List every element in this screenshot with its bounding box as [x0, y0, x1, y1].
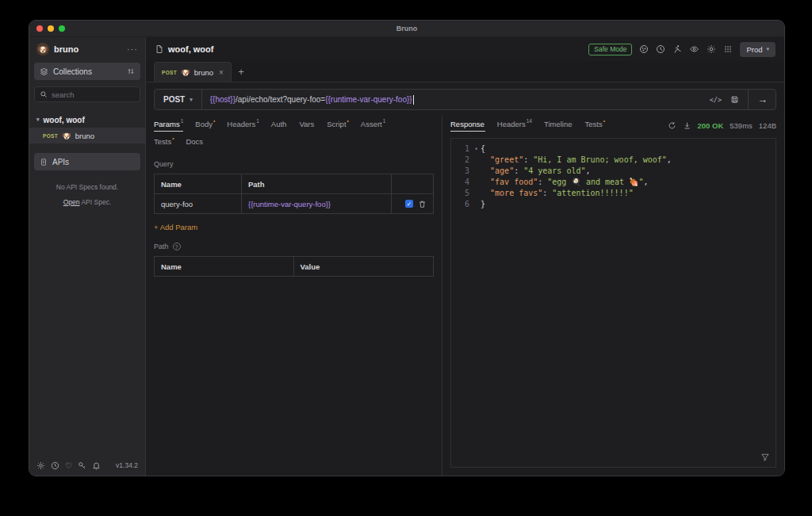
filter-icon[interactable] [760, 453, 770, 462]
key-icon[interactable] [78, 461, 86, 470]
environment-selector[interactable]: Prod ▾ [740, 42, 776, 57]
response-editor[interactable]: 1▾{2 "greet": "Hi, I am Bruno; woof, woo… [450, 138, 776, 468]
column-header-name: Name [155, 257, 294, 276]
sidebar: 🐶 bruno ··· Collections [29, 37, 146, 476]
save-icon[interactable] [730, 95, 739, 104]
collections-header[interactable]: Collections [34, 63, 140, 80]
apis-header[interactable]: APIs [34, 153, 140, 170]
tab-auth[interactable]: Auth [271, 120, 288, 132]
generate-code-icon[interactable]: </> [710, 96, 722, 104]
close-tab-icon[interactable]: × [219, 68, 224, 77]
tab-docs[interactable]: Docs [186, 137, 204, 149]
response-pane: Response Headers14 Timeline Tests• [442, 115, 784, 476]
sort-icon[interactable] [127, 67, 135, 75]
download-icon[interactable] [683, 121, 691, 130]
response-tabs: Response Headers14 Timeline Tests• [450, 120, 776, 132]
param-path-cell[interactable]: {{runtime-var-query-foo}} [242, 194, 392, 213]
tab-assert[interactable]: Assert1 [361, 120, 386, 132]
environment-label: Prod [746, 45, 762, 54]
param-name-cell[interactable]: query-foo [155, 194, 242, 213]
path-section-label: Path ? [154, 243, 434, 250]
runner-icon[interactable] [672, 44, 682, 54]
safe-mode-badge[interactable]: Safe Mode [588, 44, 632, 55]
url-var-segment: {{runtime-var-query-foo}} [325, 95, 412, 104]
request-tabbar: POST 🐶 bruno × + [146, 61, 784, 82]
request-name: bruno [75, 132, 94, 140]
tab-response-tests[interactable]: Tests• [584, 120, 604, 132]
tab-script[interactable]: Script• [327, 120, 349, 132]
code-text: "fav food": "egg 🍳 and meat 🍖", [481, 177, 649, 188]
open-spec-suffix: API Spec. [80, 198, 112, 206]
tab-response-headers[interactable]: Headers14 [497, 120, 532, 132]
table-header-row: Name Value [155, 257, 433, 276]
tab-vars[interactable]: Vars [299, 120, 315, 132]
chevron-down-icon: ▾ [190, 97, 193, 103]
request-tab[interactable]: POST 🐶 bruno × [154, 62, 232, 82]
code-line: 2 "greet": "Hi, I am Bruno; woof, woof", [451, 155, 776, 166]
clock-icon[interactable] [51, 461, 59, 470]
apps-grid-icon[interactable] [723, 44, 733, 54]
request-tabs-row2: Tests• Docs [154, 137, 434, 149]
column-header-path: Path [242, 174, 392, 193]
add-param-button[interactable]: + Add Param [154, 223, 434, 231]
cookie-icon[interactable] [639, 44, 649, 54]
param-enabled-checkbox[interactable]: ✓ [405, 200, 413, 208]
search-icon [40, 90, 48, 98]
page-title: woof, woof [168, 44, 213, 54]
query-section-label: Query [154, 160, 434, 168]
heart-icon[interactable]: ♡ [65, 461, 72, 470]
open-spec-link[interactable]: Open [63, 198, 80, 206]
workspace-avatar: 🐶 [36, 43, 49, 55]
help-icon[interactable]: ? [173, 243, 181, 250]
fold-arrow-icon [472, 166, 481, 177]
app-window: Bruno 🐶 bruno ··· Collections [29, 20, 785, 476]
collection-doc-icon [155, 44, 163, 54]
url-actions: </> → [702, 89, 776, 110]
path-params-table: Name Value [154, 256, 434, 277]
line-number: 5 [451, 188, 472, 199]
tab-emoji: 🐶 [181, 68, 190, 77]
response-code: 1▾{2 "greet": "Hi, I am Bruno; woof, woo… [451, 139, 776, 210]
url-input[interactable]: {{host}}/api/echo/text?query-foo={{runti… [202, 95, 702, 105]
eye-icon[interactable] [689, 44, 699, 54]
send-request-button[interactable]: → [748, 89, 768, 110]
chevron-down-icon: ▾ [36, 117, 40, 123]
method-selector[interactable]: POST ▾ [155, 90, 202, 109]
new-tab-button[interactable]: + [232, 62, 251, 82]
tab-params[interactable]: Params1 [154, 120, 183, 132]
sidebar-request-item[interactable]: POST 🐶 bruno [29, 128, 145, 143]
screen: Bruno 🐶 bruno ··· Collections [0, 0, 812, 516]
line-number: 2 [451, 155, 472, 166]
code-text: "greet": "Hi, I am Bruno; woof, woof", [481, 155, 672, 166]
request-emoji: 🐶 [62, 132, 71, 140]
app-version: v1.34.2 [116, 461, 138, 469]
gear-icon[interactable] [36, 461, 45, 470]
tab-response[interactable]: Response [450, 120, 485, 132]
collection-item[interactable]: ▾ woof, woof [29, 112, 145, 128]
search-input[interactable] [52, 90, 135, 99]
response-status-bar: 200 OK 539ms 124B [668, 121, 776, 130]
settings-gear-icon[interactable] [707, 44, 716, 54]
code-line: 4 "fav food": "egg 🍳 and meat 🍖", [451, 177, 776, 188]
tab-headers[interactable]: Headers1 [227, 120, 259, 132]
tab-body[interactable]: Body• [195, 120, 215, 132]
collections-icon [40, 67, 48, 76]
code-text: "more favs": "attention!!!!!!" [481, 188, 634, 199]
sidebar-footer: ♡ v1.34.2 [29, 455, 145, 476]
tab-tests[interactable]: Tests• [154, 137, 174, 149]
url-var-segment: {{host}} [210, 95, 236, 104]
clock-icon[interactable] [656, 44, 665, 54]
fold-arrow-icon[interactable]: ▾ [472, 143, 481, 155]
no-specs-text: No API Specs found. [29, 183, 145, 191]
tab-timeline[interactable]: Timeline [544, 120, 573, 132]
urlbar: POST ▾ {{host}}/api/echo/text?query-foo=… [154, 89, 776, 110]
clear-response-icon[interactable] [668, 121, 676, 130]
workspace-menu-button[interactable]: ··· [127, 44, 138, 54]
workspace-row[interactable]: 🐶 bruno ··· [29, 37, 145, 61]
bell-icon[interactable] [92, 461, 101, 470]
param-actions-cell: ✓ [392, 194, 433, 213]
trash-icon[interactable] [418, 200, 427, 208]
open-spec-row: Open API Spec. [29, 198, 145, 206]
chevron-down-icon: ▾ [766, 46, 769, 52]
code-text: } [481, 199, 485, 210]
